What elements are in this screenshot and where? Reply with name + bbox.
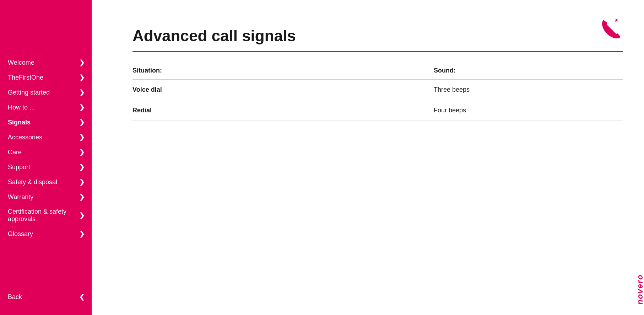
chevron-right-icon: ❯ xyxy=(79,89,85,96)
brand-watermark: novero xyxy=(635,274,644,304)
sidebar-item-label: Accessories xyxy=(8,134,42,141)
col-header-sound: Sound: xyxy=(427,63,623,80)
chevron-right-icon: ❯ xyxy=(79,118,85,126)
sidebar-item-label: Safety & disposal xyxy=(8,178,57,186)
table-row: RedialFour beeps xyxy=(132,100,623,121)
sidebar-item-thefirstone[interactable]: TheFirstOne❯ xyxy=(0,70,92,85)
sidebar-item-label: Getting started xyxy=(8,89,50,96)
sound-cell: Four beeps xyxy=(427,100,623,121)
sidebar-item-label: TheFirstOne xyxy=(8,74,43,81)
chevron-right-icon: ❯ xyxy=(79,59,85,66)
sidebar-item-label: Signals xyxy=(8,119,31,126)
back-label: Back xyxy=(8,293,22,301)
situation-cell: Redial xyxy=(132,100,427,121)
page-header: Advanced call signals * xyxy=(132,18,623,52)
chevron-right-icon: ❯ xyxy=(79,74,85,81)
sidebar-item-accessories[interactable]: Accessories❯ xyxy=(0,130,92,145)
back-button[interactable]: Back❮ xyxy=(0,289,92,304)
sidebar-item-safety-disposal[interactable]: Safety & disposal❯ xyxy=(0,175,92,189)
col-header-situation: Situation: xyxy=(132,63,427,80)
situation-cell: Voice dial xyxy=(132,80,427,100)
chevron-right-icon: ❯ xyxy=(79,212,85,219)
sidebar-item-glossary[interactable]: Glossary❯ xyxy=(0,226,92,241)
chevron-right-icon: ❯ xyxy=(79,133,85,141)
sidebar-item-label: Support xyxy=(8,164,30,171)
sidebar-item-label: Welcome xyxy=(8,59,34,66)
sidebar-item-label: Certification & safety approvals xyxy=(8,208,79,223)
phone-icon: * xyxy=(599,18,623,45)
signals-table: Situation: Sound: Voice dialThree beepsR… xyxy=(132,63,623,121)
sidebar-item-signals[interactable]: Signals❯ xyxy=(0,115,92,130)
table-row: Voice dialThree beeps xyxy=(132,80,623,100)
sidebar-item-label: Glossary xyxy=(8,230,33,238)
sidebar-item-label: Care xyxy=(8,149,22,156)
sidebar-item-how-to[interactable]: How to ...❯ xyxy=(0,100,92,115)
sidebar-item-support[interactable]: Support❯ xyxy=(0,160,92,175)
sound-cell: Three beeps xyxy=(427,80,623,100)
page-title: Advanced call signals xyxy=(132,27,296,45)
sidebar-item-certification[interactable]: Certification & safety approvals❯ xyxy=(0,204,92,226)
chevron-right-icon: ❯ xyxy=(79,193,85,201)
sidebar-item-welcome[interactable]: Welcome❯ xyxy=(0,55,92,70)
sidebar-item-warranty[interactable]: Warranty❯ xyxy=(0,189,92,204)
svg-text:*: * xyxy=(615,18,618,26)
chevron-left-icon: ❮ xyxy=(79,293,85,301)
main-content: Advanced call signals * Situation: Sound… xyxy=(92,0,644,315)
chevron-right-icon: ❯ xyxy=(79,103,85,111)
chevron-right-icon: ❯ xyxy=(79,163,85,171)
chevron-right-icon: ❯ xyxy=(79,178,85,186)
sidebar-item-getting-started[interactable]: Getting started❯ xyxy=(0,85,92,100)
chevron-right-icon: ❯ xyxy=(79,230,85,238)
sidebar: Welcome❯TheFirstOne❯Getting started❯How … xyxy=(0,0,92,315)
sidebar-item-care[interactable]: Care❯ xyxy=(0,145,92,160)
sidebar-item-label: Warranty xyxy=(8,193,33,201)
sidebar-item-label: How to ... xyxy=(8,104,35,111)
chevron-right-icon: ❯ xyxy=(79,148,85,156)
